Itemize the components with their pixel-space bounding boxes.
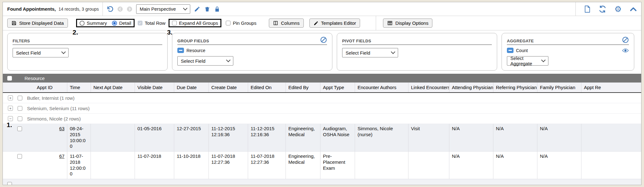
chevron-down-icon [541,58,546,62]
column-header-edited-on[interactable]: Edited On [248,83,286,92]
detail-radio-option[interactable]: Detail [112,20,131,26]
refresh-icon[interactable] [599,5,606,13]
nav-back-icon[interactable] [117,6,123,12]
cell-appt-re [581,152,641,179]
page-title-text: Found Appointments, [7,6,56,12]
appt-id-link[interactable]: 67 [59,153,64,159]
row-checkbox[interactable] [17,154,22,159]
aggregate-select[interactable]: Select Aggregate [507,56,548,66]
column-header-attending-physician[interactable]: Attending Physician [449,83,493,92]
perspective-select[interactable]: Main Perspective [136,4,190,14]
eye-icon[interactable] [622,48,629,53]
cell-appt-id: 67 [25,152,67,179]
column-header-linked-encounters[interactable]: Linked Encounters [408,83,449,92]
cell-next-apt-date [91,152,135,179]
pin-groups-label: Pin Groups [233,20,256,26]
chevron-down-icon [183,6,187,10]
edit-pencil-icon[interactable] [194,6,200,12]
aggregate-select-value: Select Aggregate [510,56,539,66]
column-header-family-physician[interactable]: Family Physician [537,83,581,92]
group-checkbox[interactable] [18,106,22,111]
pivot-fields-title: PIVOT FIELDS [342,39,371,43]
column-header-create-date[interactable]: Create Date [209,83,248,92]
cell-visible-date: 11-07-2018 [135,152,174,179]
clear-group-fields-icon[interactable] [320,36,327,43]
group-fields-select[interactable]: Select Field [177,56,233,66]
aggregate-title: AGGREGATE [507,39,534,43]
column-header-time[interactable]: Time [67,83,91,92]
collapse-minus-icon[interactable] [8,116,13,121]
group-column-label: Resource [25,76,45,81]
aggregate-count-label: Count [516,48,528,53]
expand-all-groups-checkbox[interactable] [172,21,177,25]
templates-pencil-icon [314,21,319,26]
detail-radio[interactable] [112,21,117,26]
column-header-appt-id[interactable]: Appt ID [3,83,67,92]
store-displayed-data-button[interactable]: Store Displayed Data [7,19,68,28]
chevron-down-icon [61,50,66,54]
chevron-down-icon [391,50,395,54]
cell-appt-re [581,124,641,151]
group-label: Selenium, Selenium (11 rows) [27,106,90,111]
cell-create-date: 11-12-2015 12:16:36 [209,124,248,151]
cell-linked-encounters [408,152,449,179]
pin-groups-checkbox[interactable] [226,21,230,25]
cell-time: 11-07-2018 12:00:00 [67,152,91,179]
annotation-box-3: Expand All Groups 3. [169,19,221,27]
column-header-appt-type[interactable]: Appt Type [320,83,355,92]
expand-plus-icon[interactable] [8,95,13,100]
column-header-row: Appt ID Time Next Apt Date Visible Date … [3,83,641,93]
toolbar-separator [376,16,376,30]
cell-edited-by: Engineering, Medical [286,152,320,179]
column-header-due-date[interactable]: Due Date [174,83,209,92]
cell-due-date: 11-10-2018 [174,152,209,179]
cell-attending-physician: N/A [449,124,493,151]
row-checkbox[interactable] [17,126,22,131]
group-fields-title: GROUP FIELDS [177,39,209,43]
column-header-edited-by[interactable]: Edited By [286,83,320,92]
new-document-icon[interactable] [584,5,591,13]
display-options-grid-icon [387,20,393,26]
expand-all-groups-option[interactable]: Expand All Groups [172,20,218,26]
remove-resource-field-icon[interactable] [177,48,184,53]
total-row-option[interactable]: Total Row [138,20,165,26]
pin-groups-option[interactable]: Pin Groups [226,20,256,26]
gear-icon[interactable]: ⚙ [614,5,622,13]
trash-icon[interactable] [204,6,210,12]
select-all-checkbox[interactable] [7,76,12,81]
lock-icon[interactable] [214,6,220,12]
group-label: Butler, Internist (1 row) [27,95,75,101]
nav-forward-icon[interactable] [127,6,132,12]
clear-aggregate-icon[interactable] [622,36,629,43]
appt-id-link[interactable]: 63 [59,126,64,131]
group-row-butler: Butler, Internist (1 row) [3,93,641,103]
group-checkbox[interactable] [18,116,22,121]
record-count: 14 records, 3 groups [58,7,99,12]
footer-checkbox[interactable] [7,182,12,185]
expand-plus-icon[interactable] [8,106,13,111]
summary-radio[interactable] [80,21,85,26]
grid-body: Butler, Internist (1 row) Selenium, Sele… [3,93,641,185]
display-options-button[interactable]: Display Options [383,19,432,28]
group-checkbox[interactable] [18,96,22,100]
collapse-chevron-up-icon[interactable] [630,7,637,12]
perspective-select-value: Main Perspective [140,6,176,12]
column-header-next-apt-date[interactable]: Next Apt Date [91,83,135,92]
summary-radio-option[interactable]: Summary [80,20,107,26]
annotation-number-1: 1. [7,121,12,129]
column-header-visible-date[interactable]: Visible Date [135,83,174,92]
column-header-appt-re[interactable]: Appt Re [581,83,641,92]
annotation-number-2: 2. [73,29,78,36]
cell-encounter-authors [355,152,408,179]
remove-count-aggregate-icon[interactable] [507,48,514,53]
filters-field-select[interactable]: Select Field [13,48,69,57]
appointments-grid: Resource Appt ID Time Next Apt Date Visi… [3,74,641,185]
column-header-referring-physician[interactable]: Referring Physician [493,83,537,92]
templates-editor-button[interactable]: Templates Editor [309,19,360,28]
columns-button[interactable]: Columns [269,19,303,28]
undo-icon[interactable] [107,6,114,13]
pivot-fields-select[interactable]: Select Field [342,48,398,57]
field-panels: FILTERS Select Field GROUP FIELDS Resour… [3,30,641,74]
total-row-checkbox[interactable] [138,21,142,25]
column-header-encounter-authors[interactable]: Encounter Authors [355,83,408,92]
